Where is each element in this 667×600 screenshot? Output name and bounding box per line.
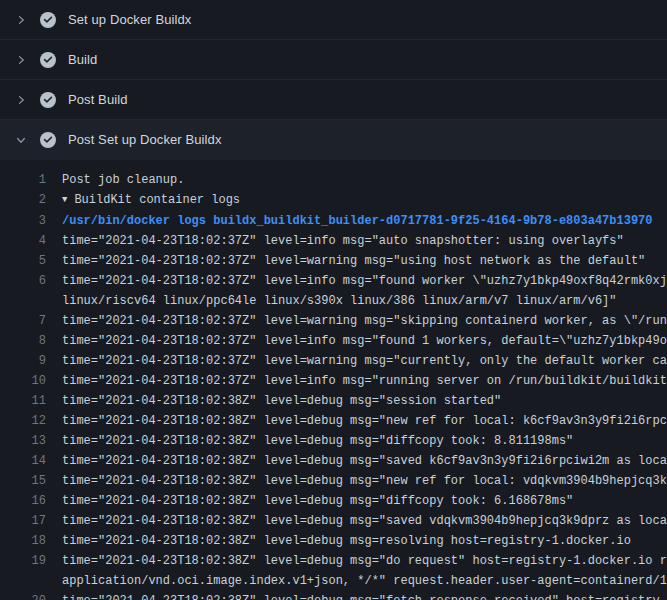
line-number[interactable]: 16 <box>0 491 46 511</box>
log-row: 8time="2021-04-23T18:02:37Z" level=info … <box>0 331 667 351</box>
log-lines: 1Post job cleanup.2▼BuildKit container l… <box>0 160 667 600</box>
log-text: time="2021-04-23T18:02:37Z" level=info m… <box>46 331 667 351</box>
log-text: time="2021-04-23T18:02:38Z" level=debug … <box>46 491 667 511</box>
log-row: 1Post job cleanup. <box>0 170 667 190</box>
step-label: Build <box>68 52 97 67</box>
log-row: 18time="2021-04-23T18:02:38Z" level=debu… <box>0 531 667 551</box>
chevron-down-icon[interactable] <box>12 132 30 148</box>
step-label: Post Set up Docker Buildx <box>68 132 222 147</box>
chevron-right-icon[interactable] <box>12 92 30 108</box>
log-text: application/vnd.oci.image.index.v1+json,… <box>46 571 667 591</box>
line-number[interactable]: 11 <box>0 391 46 411</box>
line-number <box>0 291 46 311</box>
check-circle-icon <box>40 132 56 148</box>
line-number[interactable]: 4 <box>0 231 46 251</box>
line-number[interactable]: 20 <box>0 591 46 600</box>
line-number[interactable]: 8 <box>0 331 46 351</box>
log-text: time="2021-04-23T18:02:38Z" level=debug … <box>46 531 667 551</box>
log-row: 19time="2021-04-23T18:02:38Z" level=debu… <box>0 551 667 571</box>
step-header-set-up-docker-buildx[interactable]: Set up Docker Buildx <box>0 0 667 40</box>
line-number[interactable]: 13 <box>0 431 46 451</box>
log-text: time="2021-04-23T18:02:37Z" level=info m… <box>46 371 667 391</box>
log-row: 3/usr/bin/docker logs buildx_buildkit_bu… <box>0 211 667 231</box>
line-number[interactable]: 14 <box>0 451 46 471</box>
log-text: time="2021-04-23T18:02:38Z" level=debug … <box>46 431 667 451</box>
log-text: time="2021-04-23T18:02:37Z" level=warnin… <box>46 311 667 331</box>
step-label: Set up Docker Buildx <box>68 12 191 27</box>
log-text: Post job cleanup. <box>46 170 667 190</box>
log-text: time="2021-04-23T18:02:38Z" level=debug … <box>46 451 667 471</box>
log-row: linux/riscv64 linux/ppc64le linux/s390x … <box>0 291 667 311</box>
log-row: 15time="2021-04-23T18:02:38Z" level=debu… <box>0 471 667 491</box>
log-row: 17time="2021-04-23T18:02:38Z" level=debu… <box>0 511 667 531</box>
log-row: 12time="2021-04-23T18:02:38Z" level=debu… <box>0 411 667 431</box>
chevron-right-icon[interactable] <box>12 52 30 68</box>
line-number[interactable]: 15 <box>0 471 46 491</box>
log-row: 9time="2021-04-23T18:02:37Z" level=warni… <box>0 351 667 371</box>
log-command-text: /usr/bin/docker logs buildx_buildkit_bui… <box>46 211 667 231</box>
line-number[interactable]: 12 <box>0 411 46 431</box>
line-number[interactable]: 18 <box>0 531 46 551</box>
log-text: time="2021-04-23T18:02:37Z" level=info m… <box>46 271 667 291</box>
chevron-right-icon[interactable] <box>12 12 30 28</box>
log-row: 16time="2021-04-23T18:02:38Z" level=debu… <box>0 491 667 511</box>
step-header-build[interactable]: Build <box>0 40 667 80</box>
log-row: 2▼BuildKit container logs <box>0 190 667 211</box>
line-number[interactable]: 7 <box>0 311 46 331</box>
log-row: 20time="2021-04-23T18:02:38Z" level=debu… <box>0 591 667 600</box>
log-row: 11time="2021-04-23T18:02:38Z" level=debu… <box>0 391 667 411</box>
log-row: application/vnd.oci.image.index.v1+json,… <box>0 571 667 591</box>
check-circle-icon <box>40 12 56 28</box>
log-text[interactable]: ▼BuildKit container logs <box>46 190 667 211</box>
line-number[interactable]: 17 <box>0 511 46 531</box>
line-number[interactable]: 6 <box>0 271 46 291</box>
line-number[interactable]: 10 <box>0 371 46 391</box>
log-row: 10time="2021-04-23T18:02:37Z" level=info… <box>0 371 667 391</box>
log-text: time="2021-04-23T18:02:38Z" level=debug … <box>46 471 667 491</box>
line-number[interactable]: 9 <box>0 351 46 371</box>
line-number[interactable]: 2 <box>0 190 46 211</box>
line-number[interactable]: 3 <box>0 211 46 231</box>
step-header-post-build[interactable]: Post Build <box>0 80 667 120</box>
step-label: Post Build <box>68 92 128 107</box>
step-header-post-set-up-docker-buildx[interactable]: Post Set up Docker Buildx <box>0 120 667 160</box>
log-text: time="2021-04-23T18:02:37Z" level=warnin… <box>46 251 667 271</box>
log-text: time="2021-04-23T18:02:37Z" level=info m… <box>46 231 667 251</box>
line-number[interactable]: 19 <box>0 551 46 571</box>
log-text: time="2021-04-23T18:02:38Z" level=debug … <box>46 391 667 411</box>
log-row: 7time="2021-04-23T18:02:37Z" level=warni… <box>0 311 667 331</box>
log-text: time="2021-04-23T18:02:37Z" level=warnin… <box>46 351 667 371</box>
group-expanded-triangle-icon[interactable]: ▼ <box>62 190 67 210</box>
log-row: 14time="2021-04-23T18:02:38Z" level=debu… <box>0 451 667 471</box>
line-number <box>0 571 46 591</box>
log-text: time="2021-04-23T18:02:38Z" level=debug … <box>46 551 667 571</box>
log-row: 6time="2021-04-23T18:02:37Z" level=info … <box>0 271 667 291</box>
log-row: 13time="2021-04-23T18:02:38Z" level=debu… <box>0 431 667 451</box>
log-row: 4time="2021-04-23T18:02:37Z" level=info … <box>0 231 667 251</box>
line-number[interactable]: 5 <box>0 251 46 271</box>
check-circle-icon <box>40 92 56 108</box>
log-text: time="2021-04-23T18:02:38Z" level=debug … <box>46 511 667 531</box>
actions-log-viewer: Set up Docker Buildx Build Post Build Po… <box>0 0 667 600</box>
check-circle-icon <box>40 52 56 68</box>
log-text: time="2021-04-23T18:02:38Z" level=debug … <box>46 411 667 431</box>
log-row: 5time="2021-04-23T18:02:37Z" level=warni… <box>0 251 667 271</box>
line-number[interactable]: 1 <box>0 170 46 190</box>
log-text: time="2021-04-23T18:02:38Z" level=debug … <box>46 591 667 600</box>
log-text: linux/riscv64 linux/ppc64le linux/s390x … <box>46 291 667 311</box>
